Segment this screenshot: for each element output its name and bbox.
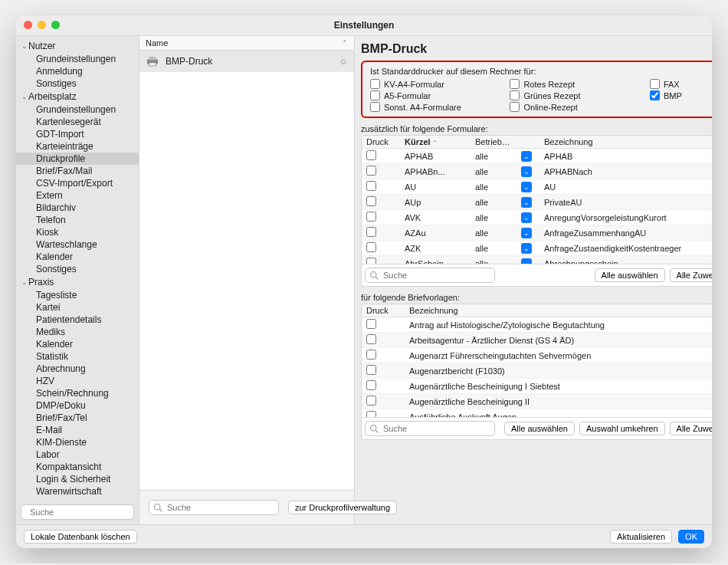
col-kuerzel[interactable]: Kürzel⌃ — [400, 136, 471, 148]
sidebar-search-input[interactable] — [28, 507, 137, 517]
sidebar-item[interactable]: Bildarchiv — [16, 202, 139, 214]
sidebar-item[interactable]: Kalender — [16, 251, 139, 263]
sidebar-item[interactable]: Schein/Rechnung — [16, 387, 139, 399]
list-search-input[interactable] — [166, 502, 274, 513]
col-betriebsstaette[interactable]: Betriebsstätte — [471, 136, 516, 148]
sidebar-item[interactable]: Patientendetails — [16, 314, 139, 326]
dropdown-icon[interactable]: ⌄ — [521, 151, 532, 162]
sidebar-item[interactable]: Druckprofile — [16, 153, 139, 165]
row-checkbox[interactable] — [366, 319, 376, 329]
delete-local-db-button[interactable]: Lokale Datenbank löschen — [24, 530, 137, 544]
sidebar-group[interactable]: ⌄Arbeitsplatz — [16, 90, 139, 103]
sidebar-item[interactable]: Sonstiges — [16, 263, 139, 275]
table-row[interactable]: APHABalle⌄APHAB — [362, 149, 712, 164]
sidebar-item[interactable]: Warenwirtschaft — [16, 485, 139, 498]
table-row[interactable]: Augenarzt Führerscheingutachten Sehvermö… — [362, 348, 712, 363]
sidebar-item[interactable]: Sonstiges — [16, 77, 139, 90]
row-checkbox[interactable] — [366, 196, 376, 206]
checkbox[interactable] — [370, 102, 380, 112]
sidebar-item[interactable]: GDT-Import — [16, 128, 139, 140]
sidebar-group[interactable]: ⌄Nutzer — [16, 39, 139, 53]
sidebar-group[interactable]: ⌄Praxis — [16, 275, 139, 289]
dropdown-icon[interactable]: ⌄ — [521, 258, 532, 264]
col-druck[interactable]: Druck — [362, 304, 405, 317]
minimize-icon[interactable] — [38, 21, 46, 29]
row-checkbox[interactable] — [366, 380, 376, 390]
forms-select-all-button[interactable]: Alle auswählen — [595, 268, 665, 282]
sidebar-item[interactable]: E-Mail — [16, 424, 139, 436]
row-checkbox[interactable] — [366, 334, 376, 344]
sidebar-item[interactable]: Kompaktansicht — [16, 461, 139, 473]
row-checkbox[interactable] — [366, 411, 376, 417]
letters-clear-all-button[interactable]: Alle Zuweisungen löschen — [670, 422, 712, 435]
sidebar-item[interactable]: Datenschutz — [16, 498, 139, 500]
letters-select-all-button[interactable]: Alle auswählen — [504, 422, 575, 435]
default-printer-option[interactable]: KV-A4-Formular — [370, 79, 496, 89]
refresh-button[interactable]: Aktualisieren — [610, 530, 672, 544]
col-bezeichnung[interactable]: Bezeichnung — [539, 136, 712, 148]
forms-search-input[interactable] — [382, 270, 490, 281]
forms-table-body[interactable]: APHABalle⌄APHABAPHABn...alle⌄APHABNachAU… — [362, 149, 712, 264]
col-bezeichnung[interactable]: Bezeichnung⌃ — [405, 304, 712, 317]
dropdown-icon[interactable]: ⌄ — [521, 166, 532, 177]
default-printer-option[interactable]: Sonst. A4-Formulare — [370, 102, 496, 112]
dropdown-icon[interactable]: ⌄ — [521, 197, 532, 208]
letters-table-body[interactable]: Antrag auf Histologische/Zytologische Be… — [362, 317, 712, 417]
table-row[interactable]: APHABn...alle⌄APHABNach — [362, 164, 712, 179]
default-printer-option[interactable]: A5-Formular — [370, 90, 496, 100]
sidebar-item[interactable]: CSV-Import/Export — [16, 177, 139, 189]
row-checkbox[interactable] — [366, 166, 376, 176]
sidebar-item[interactable]: Kiosk — [16, 226, 139, 238]
profile-list-row[interactable]: BMP-Druck☺ — [139, 51, 354, 72]
table-row[interactable]: AbrScheinalle⌄Abrechnungsschein — [362, 256, 712, 264]
checkbox[interactable] — [370, 79, 380, 89]
sidebar-item[interactable]: Tagesliste — [16, 289, 139, 301]
col-druck[interactable]: Druck — [362, 136, 400, 148]
row-checkbox[interactable] — [366, 181, 376, 191]
sidebar-item[interactable]: Statistik — [16, 350, 139, 363]
forms-clear-all-button[interactable]: Alle Zuweisungen löschen — [670, 268, 712, 282]
row-checkbox[interactable] — [366, 365, 376, 375]
dropdown-icon[interactable]: ⌄ — [521, 243, 532, 254]
list-search[interactable] — [149, 500, 279, 515]
table-row[interactable]: Antrag auf Histologische/Zytologische Be… — [362, 317, 712, 333]
row-checkbox[interactable] — [366, 227, 376, 237]
dropdown-icon[interactable]: ⌄ — [521, 182, 532, 192]
sidebar-item[interactable]: KIM-Dienste — [16, 436, 139, 448]
gear-icon[interactable]: ☺ — [339, 57, 348, 66]
sidebar-item[interactable]: Brief/Fax/Mail — [16, 165, 139, 177]
sidebar-item[interactable]: DMP/eDoku — [16, 399, 139, 412]
default-printer-option[interactable]: Grünes Rezept — [510, 90, 635, 100]
sidebar-item[interactable]: Abrechnung — [16, 363, 139, 375]
default-printer-option[interactable]: Rotes Rezept — [510, 79, 635, 89]
checkbox[interactable] — [370, 90, 380, 100]
table-row[interactable]: AUpalle⌄PrivateAU — [362, 195, 712, 210]
table-row[interactable]: Augenarztbericht (F1030) — [362, 363, 712, 379]
checkbox[interactable] — [650, 79, 660, 89]
table-row[interactable]: Arbeitsagentur - Ärztlicher Dienst (GS 4… — [362, 333, 712, 348]
default-printer-option[interactable]: Online-Rezept — [510, 102, 635, 112]
checkbox[interactable] — [510, 79, 520, 89]
dropdown-icon[interactable]: ⌄ — [521, 212, 532, 223]
row-checkbox[interactable] — [366, 212, 376, 222]
sidebar-item[interactable]: Mediks — [16, 326, 139, 338]
checkbox[interactable] — [650, 90, 660, 100]
forms-search[interactable] — [365, 268, 495, 283]
sidebar-item[interactable]: Grundeinstellungen — [16, 103, 139, 116]
table-row[interactable]: AUalle⌄AU — [362, 179, 712, 195]
ok-button[interactable]: OK — [678, 530, 704, 544]
sidebar-item[interactable]: Telefon — [16, 214, 139, 226]
table-row[interactable]: Augenärztliche Bescheinigung I Siebtest — [362, 379, 712, 394]
letters-search[interactable] — [365, 421, 495, 436]
checkbox[interactable] — [510, 90, 520, 100]
row-checkbox[interactable] — [366, 258, 376, 264]
default-printer-option[interactable]: FAX — [650, 79, 712, 89]
sidebar-item[interactable]: Anmeldung — [16, 65, 139, 77]
row-checkbox[interactable] — [366, 242, 376, 252]
letters-search-input[interactable] — [382, 423, 490, 434]
row-checkbox[interactable] — [366, 350, 376, 360]
sidebar-item[interactable]: Warteschlange — [16, 238, 139, 251]
close-icon[interactable] — [24, 21, 32, 29]
sidebar-item[interactable]: Extern — [16, 189, 139, 202]
row-checkbox[interactable] — [366, 150, 376, 160]
